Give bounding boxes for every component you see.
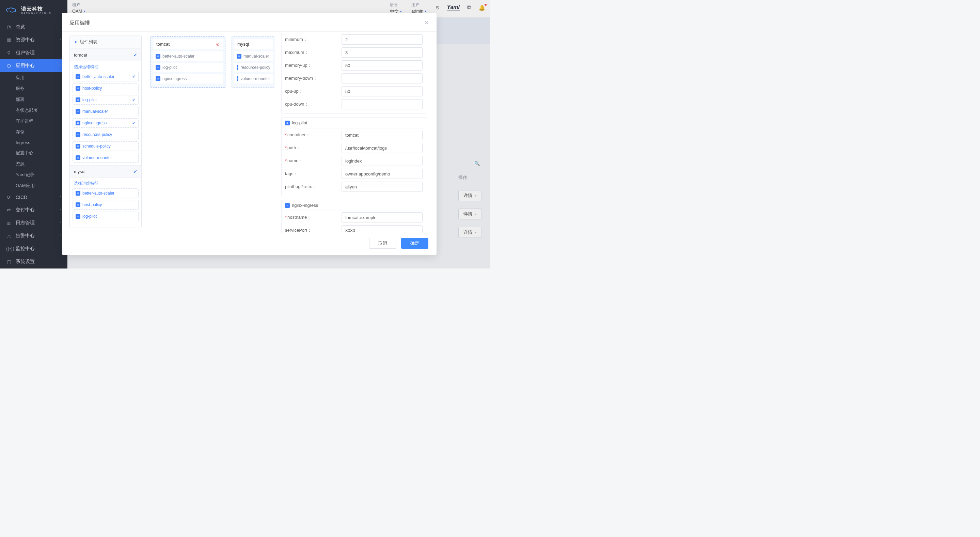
db-icon: ≡ [76, 97, 80, 102]
form-label: tags： [285, 171, 336, 177]
canvas: tomcat⊗≡better-auto-scaler≡log-pilot≡ngi… [144, 32, 280, 233]
form-section-head: ≡log-pilot [282, 118, 426, 129]
db-icon: ≡ [76, 202, 80, 207]
trait-option[interactable]: ≡log-pilot✔ [73, 95, 138, 105]
form-row: maximum： [282, 46, 426, 59]
puzzle-icon: ✦ [74, 40, 78, 45]
components-panel: ✦ 组件列表 tomcat✔选择运维特征≡better-auto-scaler✔… [70, 35, 142, 228]
name-input[interactable] [342, 156, 423, 166]
db-icon: ≡ [76, 191, 80, 196]
component-card[interactable]: mysql≡manual-scaler≡resources-policy≡vol… [232, 37, 275, 88]
trait-option[interactable]: ≡schedule-policy [73, 142, 138, 151]
container-input[interactable] [342, 130, 423, 140]
db-icon: ≡ [76, 121, 80, 125]
form-row: cpu-up： [282, 85, 426, 98]
db-icon: ≡ [76, 214, 80, 219]
db-icon: ≡ [76, 86, 80, 91]
db-icon: ≡ [237, 76, 239, 81]
form-label: minimum： [285, 37, 336, 43]
form-section: ≡log-pilot*container：*path：*name：tags：pi… [281, 117, 426, 196]
trait-option[interactable]: ≡nginx-ingress✔ [73, 118, 138, 128]
trait-form-panel: minimum：maximum：memory-up：memory-down：cp… [280, 32, 436, 233]
form-row: pilotLogPrefix： [282, 180, 426, 193]
form-row: cpu-down： [282, 98, 426, 111]
trait-option[interactable]: ≡host-policy [73, 83, 138, 93]
form-label: memory-up： [285, 62, 336, 69]
db-icon: ≡ [237, 65, 239, 70]
form-label: *container： [285, 132, 336, 138]
trait-option[interactable]: ≡resources-policy [73, 130, 138, 139]
db-icon: ≡ [156, 65, 161, 70]
db-icon: ≡ [76, 74, 80, 79]
card-trait[interactable]: ≡manual-scaler [234, 51, 273, 61]
minimum-input[interactable] [342, 34, 423, 45]
form-label: *path： [285, 145, 336, 151]
select-traits-label: 选择运维特征 [70, 178, 141, 188]
form-row: servicePort： [282, 224, 426, 233]
form-label: pilotLogPrefix： [285, 184, 336, 190]
cancel-button[interactable]: 取消 [369, 238, 396, 249]
remove-icon[interactable]: ⊗ [216, 41, 220, 47]
check-circle-icon: ✔ [132, 121, 135, 125]
components-panel-title: 组件列表 [80, 39, 97, 45]
form-row: memory-down： [282, 72, 426, 85]
card-trait[interactable]: ≡better-auto-scaler [153, 51, 223, 61]
db-icon: ≡ [156, 76, 161, 81]
form-label: *name： [285, 158, 336, 164]
form-label: servicePort： [285, 227, 336, 233]
memory-down-input[interactable] [342, 73, 423, 83]
trait-option[interactable]: ≡better-auto-scaler [73, 188, 138, 198]
trait-option[interactable]: ≡manual-scaler [73, 107, 138, 116]
hostname-input[interactable] [342, 212, 423, 223]
card-trait[interactable]: ≡volume-mounter [234, 74, 273, 83]
check-circle-icon: ✔ [132, 97, 135, 102]
form-row: *name： [282, 155, 426, 167]
trait-option[interactable]: ≡host-policy [73, 200, 138, 210]
form-label: *hostname： [285, 214, 336, 220]
card-trait[interactable]: ≡resources-policy [234, 63, 273, 72]
form-label: maximum： [285, 49, 336, 56]
db-icon: ≡ [76, 109, 80, 114]
card-trait[interactable]: ≡nginx-ingress [153, 74, 223, 83]
modal-title: 应用编排 [70, 20, 90, 26]
select-traits-label: 选择运维特征 [70, 61, 141, 72]
check-circle-icon: ✔ [132, 74, 135, 79]
form-row: memory-up： [282, 59, 426, 72]
trait-option[interactable]: ≡volume-mounter [73, 153, 138, 163]
trait-option[interactable]: ≡better-auto-scaler✔ [73, 72, 138, 81]
component-header[interactable]: tomcat✔ [70, 49, 141, 61]
form-section-head: ≡nginx-ingress [282, 200, 426, 211]
component-card-head: tomcat⊗ [153, 39, 223, 49]
form-row: *path： [282, 142, 426, 155]
db-icon: ≡ [285, 121, 290, 125]
close-icon[interactable]: ✕ [424, 19, 429, 27]
maximum-input[interactable] [342, 47, 423, 57]
card-trait[interactable]: ≡log-pilot [153, 63, 223, 72]
path-input[interactable] [342, 143, 423, 153]
form-row: tags： [282, 167, 426, 180]
form-row: *hostname： [282, 211, 426, 224]
db-icon: ≡ [285, 203, 290, 208]
component-card[interactable]: tomcat⊗≡better-auto-scaler≡log-pilot≡ngi… [151, 37, 226, 88]
tags-input[interactable] [342, 169, 423, 179]
form-label: cpu-down： [285, 101, 336, 107]
db-icon: ≡ [237, 54, 242, 59]
form-row: *container： [282, 129, 426, 142]
db-icon: ≡ [76, 144, 80, 148]
cpu-up-input[interactable] [342, 86, 423, 96]
trait-option[interactable]: ≡log-pilot [73, 212, 138, 221]
memory-up-input[interactable] [342, 60, 423, 70]
modal: 应用编排 ✕ ✦ 组件列表 tomcat✔选择运维特征≡better-auto-… [62, 13, 436, 255]
servicePort-input[interactable] [342, 225, 423, 233]
cpu-down-input[interactable] [342, 99, 423, 109]
db-icon: ≡ [156, 54, 161, 59]
form-section: ≡nginx-ingress*hostname：servicePort：path… [281, 200, 426, 233]
component-card-head: mysql [234, 39, 273, 49]
form-label: memory-down： [285, 75, 336, 81]
form-row: minimum： [282, 33, 426, 46]
component-header[interactable]: mysql✔ [70, 165, 141, 178]
pilotLogPrefix-input[interactable] [342, 182, 423, 192]
ok-button[interactable]: 确定 [401, 238, 428, 249]
form-label: cpu-up： [285, 88, 336, 94]
check-circle-icon: ✔ [134, 53, 137, 57]
